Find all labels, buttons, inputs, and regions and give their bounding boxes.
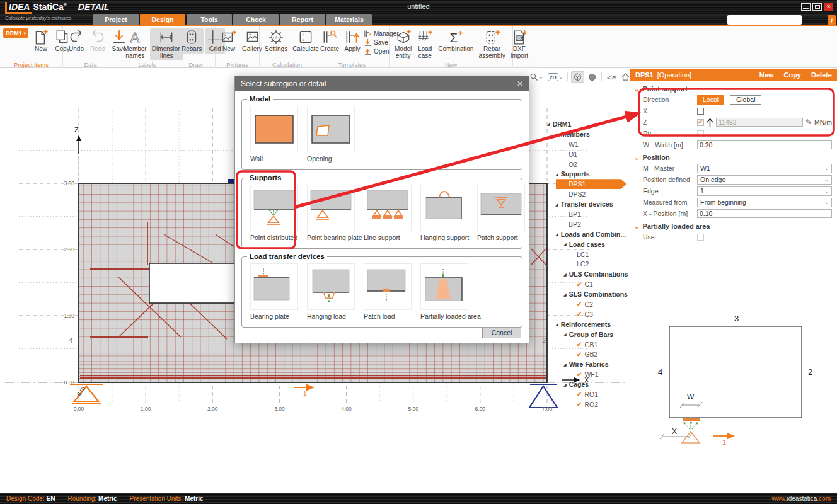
checkbox-checked-icon[interactable]: ✔: [577, 341, 582, 348]
expander-icon[interactable]: ◢: [563, 332, 567, 336]
wireframe-view-button[interactable]: [571, 71, 584, 83]
new-project-item-button[interactable]: New: [31, 28, 51, 54]
view-2d-button[interactable]: 2D ⌄: [546, 71, 565, 83]
tree-item-dps2[interactable]: DPS2: [547, 189, 629, 199]
tree-item-ro2[interactable]: ✔RO2: [547, 399, 629, 410]
tree-item-lc2[interactable]: LC2: [547, 259, 629, 269]
copy-operation-button[interactable]: Copy: [783, 71, 801, 79]
point-support-section-header[interactable]: ⌄ Point support: [634, 85, 837, 93]
tree-item-dps1[interactable]: DPS1: [556, 179, 626, 189]
drawing-canvas[interactable]: Z X 1 0.10: [0, 69, 629, 493]
close-button[interactable]: ✕: [824, 3, 833, 11]
x-direction-checkbox[interactable]: [697, 108, 704, 115]
tree-item-wire-fabrics[interactable]: ◢Wire Fabrics: [547, 359, 629, 369]
dialog-close-icon[interactable]: ✕: [517, 79, 523, 88]
tree-item-bp2[interactable]: BP2: [547, 219, 629, 229]
search-box[interactable]: [727, 15, 802, 25]
checkbox-checked-icon[interactable]: ✔: [577, 281, 582, 288]
tile-hanging-load[interactable]: Hanging load: [307, 263, 355, 320]
tile-line-support[interactable]: Line support: [364, 185, 412, 241]
new-operation-button[interactable]: New: [759, 71, 774, 79]
expander-icon[interactable]: ◢: [555, 322, 558, 326]
opening-member[interactable]: [149, 263, 240, 303]
checkbox-checked-icon[interactable]: ✔: [577, 311, 582, 318]
tile-point-distributed[interactable]: Point distributed: [250, 185, 298, 241]
bearing-plate-marker[interactable]: [228, 179, 234, 183]
checkbox-checked-icon[interactable]: ✔: [577, 391, 582, 398]
direction-global-button[interactable]: Global: [730, 95, 761, 105]
partially-loaded-area-section-header[interactable]: ⌄ Partially loaded area: [634, 222, 837, 230]
expander-icon[interactable]: ◢: [555, 132, 558, 136]
tree-item-c3[interactable]: ✔C3: [547, 309, 629, 319]
tile-bearing-plate[interactable]: Bearing plate: [250, 263, 298, 320]
position-defined-select[interactable]: On edge⌄: [697, 175, 832, 185]
tile-hanging-support[interactable]: Hanging support: [420, 185, 468, 241]
point-distributed-support[interactable]: [70, 384, 103, 404]
website-link[interactable]: www.ideastatica.com: [772, 495, 831, 502]
home-view-button[interactable]: [620, 71, 629, 83]
expander-icon[interactable]: ◢: [563, 242, 567, 246]
maximize-button[interactable]: [812, 3, 822, 11]
apply-template-button[interactable]: Apply: [342, 28, 362, 54]
z-stiffness-input[interactable]: [716, 118, 803, 127]
tile-patch-load[interactable]: Patch load: [364, 263, 412, 320]
member-names-button[interactable]: A Member names: [122, 28, 149, 60]
tree-item-sls-combinations[interactable]: ◢SLS Combinations: [547, 289, 629, 299]
dialog-title-bar[interactable]: Select subregion or detail ✕: [235, 76, 529, 91]
expander-icon[interactable]: ◢: [547, 122, 550, 126]
checkbox-checked-icon[interactable]: ✔: [577, 401, 582, 408]
undo-button[interactable]: Undo: [66, 28, 86, 54]
tree-item-transfer-devices[interactable]: ◢Transfer devices: [547, 199, 629, 209]
load-case-button[interactable]: Load case: [415, 28, 435, 60]
expander-icon[interactable]: ◢: [555, 202, 558, 207]
checkbox-checked-icon[interactable]: ✔: [577, 351, 582, 358]
tile-opening[interactable]: Opening: [307, 106, 355, 163]
search-input[interactable]: [727, 16, 816, 24]
clipping-button[interactable]: [605, 71, 618, 83]
use-pla-checkbox[interactable]: [697, 234, 704, 241]
direction-local-button[interactable]: Local: [697, 95, 724, 105]
tree-item-c2[interactable]: ✔C2: [547, 299, 629, 309]
tree-item-wf1[interactable]: ✔WF1: [547, 369, 629, 379]
tile-patch-support[interactable]: Patch support: [477, 185, 525, 241]
checkbox-checked-icon[interactable]: ✔: [577, 371, 582, 378]
tree-item-cages[interactable]: ◢Cages: [547, 379, 629, 389]
x-position-input[interactable]: [697, 209, 832, 218]
checkbox-checked-icon[interactable]: ✔: [577, 301, 582, 307]
tile-wall[interactable]: Wall: [250, 106, 298, 163]
tree-item-group-of-bars[interactable]: ◢Group of Bars: [547, 329, 629, 340]
cancel-button[interactable]: Cancel: [482, 328, 521, 338]
rebars-button[interactable]: Rebars: [180, 28, 204, 54]
ry-checkbox[interactable]: [697, 130, 704, 137]
edit-pencil-icon[interactable]: ✎: [805, 118, 812, 127]
tree-item-supports[interactable]: ◢Supports: [547, 169, 629, 179]
tab-tools[interactable]: Tools: [187, 14, 232, 25]
tree-item-load-cases[interactable]: ◢Load cases: [547, 239, 629, 249]
tree-item-gb2[interactable]: ✔GB2: [547, 349, 629, 359]
tab-check[interactable]: Check: [233, 14, 279, 25]
redo-button[interactable]: Redo: [88, 28, 108, 54]
solid-view-button[interactable]: [586, 71, 598, 83]
settings-button[interactable]: </> Settings: [263, 28, 289, 54]
tab-materials[interactable]: Materials: [326, 14, 372, 25]
delete-operation-button[interactable]: Delete: [811, 71, 832, 79]
z-direction-checkbox[interactable]: [697, 119, 704, 126]
position-section-header[interactable]: ⌄ Position: [634, 154, 837, 161]
minimize-button[interactable]: [801, 3, 811, 11]
tree-item-bp1[interactable]: BP1: [547, 209, 629, 219]
rebar-assembly-button[interactable]: Rebar assembly: [476, 28, 507, 60]
project-item-selector[interactable]: DRM1▾: [3, 28, 28, 38]
tree-item-w1[interactable]: W1: [547, 139, 629, 149]
tree-item-lc1[interactable]: LC1: [547, 249, 629, 260]
tree-item-drm1[interactable]: ◢DRM1: [547, 119, 629, 129]
measured-from-select[interactable]: From beginning⌄: [697, 198, 832, 207]
create-template-button[interactable]: Create: [318, 28, 341, 54]
width-input[interactable]: [697, 140, 832, 149]
tile-partially-loaded-area[interactable]: Partially loaded area: [420, 263, 468, 320]
expander-icon[interactable]: ◢: [555, 172, 558, 176]
expander-icon[interactable]: ◢: [563, 362, 567, 367]
tree-item-ro1[interactable]: ✔RO1: [547, 389, 629, 399]
info-button[interactable]: i: [828, 15, 836, 25]
zoom-tool-button[interactable]: ⌄: [528, 71, 545, 83]
tile-point-bearing-plate[interactable]: Point bearing plate: [307, 185, 355, 241]
